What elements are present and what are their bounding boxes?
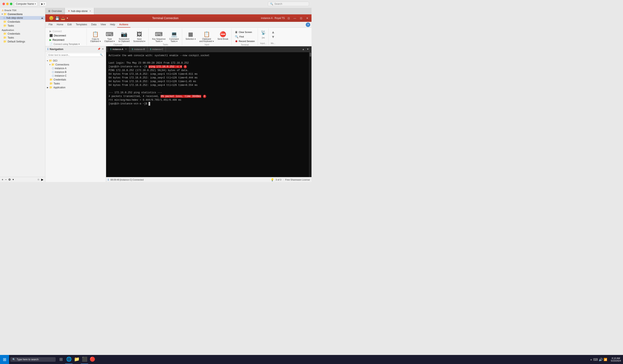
nav-item-instance-c[interactable]: ⬡ instance-C: [45, 74, 106, 78]
screenshot-clipboard-btn[interactable]: 📷 Screenshotto Clipboard: [117, 30, 131, 43]
play-button[interactable]: ▶ ▾: [39, 2, 47, 6]
command-icon: 💻: [171, 31, 178, 38]
ribbon-group-input: ▦ Selection ▾ 📋 Clipboardand Keyboard ▾ …: [182, 28, 232, 45]
minimize-button[interactable]: [6, 3, 9, 5]
search-bar[interactable]: 🔍 Search: [268, 2, 309, 6]
clipboard-keyboard-btn[interactable]: 📋 Clipboardand Keyboard ▾: [198, 30, 215, 43]
ribbon-tab-home[interactable]: Home: [55, 22, 65, 28]
sidebar-label: Credentials: [8, 32, 20, 35]
pin-icon[interactable]: 📌: [97, 47, 101, 50]
terminal-line: Activate the web console with: systemctl…: [109, 54, 309, 57]
selection-btn[interactable]: ▦ Selection ▾: [184, 30, 197, 41]
folder-icon: 📁: [49, 59, 52, 62]
sidebar-item-app-credentials[interactable]: 📁 Credentials: [0, 32, 45, 36]
find-btn[interactable]: 🔍 Find: [234, 35, 256, 39]
tool-header-right: instance-A · Royal TS ⊡ — ⊡ ✕: [261, 16, 310, 20]
tab-close-icon[interactable]: ✕: [89, 10, 91, 12]
find-label: Find: [239, 35, 244, 38]
chevron-down-icon-2[interactable]: ▼: [271, 35, 275, 39]
tab-close-icon[interactable]: ✕: [125, 48, 127, 50]
save-screenshot-btn[interactable]: 🖼 SaveScreenshot ▾: [132, 30, 147, 43]
close-button[interactable]: [2, 3, 5, 5]
ribbon-tab-actions[interactable]: Actions: [117, 22, 131, 28]
close-nav-icon[interactable]: ✕: [102, 47, 104, 50]
camera-icon: 📷: [121, 31, 127, 38]
play-icon[interactable]: ▶: [41, 178, 44, 181]
minimize-btn[interactable]: —: [292, 16, 297, 20]
sidebar-item-tasks[interactable]: 📁 Tasks: [0, 24, 45, 28]
input-group-label: Input: [184, 43, 230, 46]
ribbon-group-common-actions: ▶ Connect ⬛ Disconnect ▶ Reconnect 📄: [46, 28, 87, 45]
chevron-up-icon[interactable]: ▲: [271, 30, 275, 34]
minus-icon[interactable]: −: [5, 178, 7, 181]
scissors-icon[interactable]: ✂: [262, 35, 265, 40]
tab-overview[interactable]: ⊞ Overview: [45, 8, 65, 14]
tool-header-title: Terminal Connection: [70, 17, 261, 20]
nav-item-instance-b[interactable]: ⬡ instance-B: [45, 70, 106, 74]
maximize-button[interactable]: [10, 3, 12, 5]
nav-item-application[interactable]: ▶ 📁 Application: [45, 86, 106, 89]
ribbon-tab-data[interactable]: Data: [89, 22, 98, 28]
selection-label: Selection ▾: [186, 38, 196, 40]
settings-icon[interactable]: ⚙: [8, 178, 11, 181]
nav-item-instance-a[interactable]: ⬡ instance-A: [45, 66, 106, 70]
send-break-btn[interactable]: ⛔ Send Break: [216, 30, 230, 41]
terminal-tab-instance-c[interactable]: $ instance-C: [148, 46, 166, 52]
command-tasks-btn[interactable]: 💻 CommandTasks ▾: [168, 30, 180, 43]
nav-item-connections[interactable]: ▾ 📁 Connections: [45, 63, 106, 66]
sidebar-label: Credentials: [8, 20, 20, 23]
terminal-tab-instance-b[interactable]: $ instance-B: [129, 46, 148, 52]
sidebar-item-credentials[interactable]: 📁 Credentials: [0, 20, 45, 24]
broadcast-icon[interactable]: 📡: [261, 30, 266, 35]
copy-to-clipboard-btn[interactable]: 📋 Copy toClipboard ▾: [89, 30, 102, 43]
nav-search-box[interactable]: 🔍: [47, 53, 104, 57]
connect-template-btn[interactable]: 📄 Connect using Template ▾: [48, 42, 85, 46]
nav-item-label: OCI: [53, 59, 57, 62]
save-icon[interactable]: 💾: [55, 16, 59, 20]
terminal-scroll-thumb[interactable]: [310, 52, 311, 57]
clear-screen-label: Clear Screen: [239, 31, 252, 33]
tab-label: instance-A: [112, 48, 123, 50]
terminal-line: PING 172.16.0.252 (172.16.0.252) 56(84) …: [109, 68, 309, 72]
chevron-down-icon[interactable]: ▾: [67, 17, 68, 20]
add-icon[interactable]: +: [2, 178, 3, 181]
scroll-down-icon[interactable]: ▼: [306, 48, 310, 51]
conn-icon: ⬡: [3, 17, 5, 19]
nav-item-credentials[interactable]: 📁 Credentials: [45, 78, 106, 82]
record-session-btn[interactable]: ⏺ Record Session: [234, 39, 256, 43]
nav-item-tasks[interactable]: 📁 Tasks: [45, 82, 106, 86]
ribbon-tab-view[interactable]: View: [98, 22, 108, 28]
disconnect-btn[interactable]: ⬛ Disconnect: [48, 34, 85, 38]
key-sequence-btn[interactable]: ⌨ Key SequenceTasks ▾: [151, 30, 167, 43]
terminal-line: Last login: Thu May 23 08:09:28 2024 fro…: [109, 61, 309, 65]
chevron-down-icon[interactable]: ▾: [13, 178, 14, 181]
nav-item-oci[interactable]: ▾ 📁 OCI: [45, 59, 106, 63]
connections-header[interactable]: ▾ 📁 Connections: [0, 12, 45, 16]
computer-name-selector[interactable]: Computer Name ▾: [14, 2, 38, 6]
close-btn[interactable]: ✕: [305, 16, 310, 20]
nav-search-input[interactable]: [48, 54, 99, 56]
ribbon-tab-templates[interactable]: Templates: [74, 22, 89, 28]
clear-screen-btn[interactable]: 🖥 Clear Screen: [234, 30, 256, 34]
ribbon-tab-file[interactable]: File: [46, 22, 55, 28]
sidebar-item-app-tasks[interactable]: 📁 Tasks: [0, 36, 45, 40]
reconnect-btn[interactable]: ▶ Reconnect: [48, 38, 85, 42]
ribbon-tab-edit[interactable]: Edit: [65, 22, 74, 28]
scroll-up-icon[interactable]: ▲: [301, 48, 305, 51]
maximize-btn[interactable]: ⊡: [299, 16, 303, 20]
terminal-tab-instance-a[interactable]: $ instance-A ✕: [108, 46, 129, 52]
star-icon[interactable]: ☆: [37, 178, 40, 181]
type-clipboard-btn[interactable]: ⌨ TypeClipboard ▾: [103, 30, 116, 43]
export-icon[interactable]: 📤: [61, 16, 65, 20]
terminal-screen: Activate the web console with: systemctl…: [106, 52, 312, 177]
sidebar-item-hub-step-stone[interactable]: ⬡ hub-step-stone ⏏: [0, 16, 45, 20]
ribbon-tab-help[interactable]: Help: [108, 22, 117, 28]
main-area: ℹ Navigation 📌 ✕ 🔍 ▾ 📁 OCI: [45, 46, 312, 182]
sidebar-item-default-settings[interactable]: 📁 Default Settings: [0, 40, 45, 43]
help-icon[interactable]: ?: [306, 22, 310, 27]
nav-tree: ▾ 📁 OCI ▾ 📁 Connections ⬡ instance-A: [45, 58, 106, 182]
terminal-line: rtt min/avg/max/mdev = 0.444/0.765/1.451…: [109, 98, 309, 102]
terminal-scrollbar[interactable]: [309, 52, 312, 177]
tab-hub-step-stone[interactable]: ✕ hub-step-stone ✕: [65, 8, 94, 14]
restore-btn[interactable]: ⊡: [286, 16, 291, 20]
